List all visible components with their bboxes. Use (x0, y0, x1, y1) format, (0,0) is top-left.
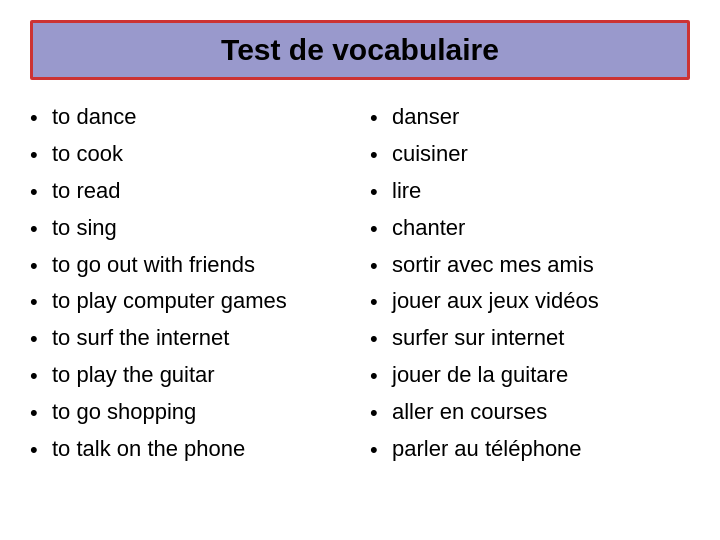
bullet: • (370, 139, 388, 171)
right-item-text: aller en courses (392, 396, 547, 428)
right-item-text: surfer sur internet (392, 322, 564, 354)
left-item-text: to surf the internet (52, 322, 229, 354)
list-item: • danser (370, 100, 690, 135)
right-item-text: cuisiner (392, 138, 468, 170)
bullet: • (30, 323, 48, 355)
list-item: • parler au téléphone (370, 432, 690, 467)
bullet: • (370, 286, 388, 318)
left-item-text: to talk on the phone (52, 433, 245, 465)
list-item: • to read (30, 174, 350, 209)
bullet: • (30, 213, 48, 245)
bullet: • (370, 176, 388, 208)
right-item-text: lire (392, 175, 421, 207)
bullet: • (30, 286, 48, 318)
list-item: • to dance (30, 100, 350, 135)
bullet: • (370, 213, 388, 245)
list-item: • lire (370, 174, 690, 209)
right-item-text: chanter (392, 212, 465, 244)
bullet: • (30, 250, 48, 282)
content-area: • to dance • to cook • to read • to sing… (30, 100, 690, 467)
bullet: • (30, 176, 48, 208)
left-item-text: to read (52, 175, 121, 207)
bullet: • (370, 102, 388, 134)
right-item-text: jouer aux jeux vidéos (392, 285, 599, 317)
right-item-text: parler au téléphone (392, 433, 582, 465)
title-box: Test de vocabulaire (30, 20, 690, 80)
list-item: • jouer aux jeux vidéos (370, 284, 690, 319)
bullet: • (30, 397, 48, 429)
bullet: • (370, 397, 388, 429)
list-item: • cuisiner (370, 137, 690, 172)
list-item: • surfer sur internet (370, 321, 690, 356)
bullet: • (370, 360, 388, 392)
page-title: Test de vocabulaire (221, 33, 499, 66)
right-item-text: sortir avec mes amis (392, 249, 594, 281)
list-item: • to go out with friends (30, 248, 350, 283)
right-item-text: danser (392, 101, 459, 133)
list-item: • aller en courses (370, 395, 690, 430)
list-item: • to cook (30, 137, 350, 172)
bullet: • (30, 360, 48, 392)
bullet: • (30, 139, 48, 171)
left-item-text: to play the guitar (52, 359, 215, 391)
list-item: • to surf the internet (30, 321, 350, 356)
list-item: • sortir avec mes amis (370, 248, 690, 283)
left-item-text: to go shopping (52, 396, 196, 428)
right-item-text: jouer de la guitare (392, 359, 568, 391)
left-item-text: to sing (52, 212, 117, 244)
bullet: • (370, 323, 388, 355)
list-item: • jouer de la guitare (370, 358, 690, 393)
bullet: • (30, 102, 48, 134)
list-item: • chanter (370, 211, 690, 246)
left-column: • to dance • to cook • to read • to sing… (30, 100, 350, 467)
list-item: • to play the guitar (30, 358, 350, 393)
list-item: • to play computer games (30, 284, 350, 319)
left-item-text: to dance (52, 101, 136, 133)
left-item-text: to play computer games (52, 285, 287, 317)
bullet: • (370, 434, 388, 466)
list-item: • to sing (30, 211, 350, 246)
left-item-text: to cook (52, 138, 123, 170)
right-column: • danser • cuisiner • lire • chanter • s… (370, 100, 690, 467)
list-item: • to go shopping (30, 395, 350, 430)
left-item-text: to go out with friends (52, 249, 255, 281)
bullet: • (370, 250, 388, 282)
list-item: • to talk on the phone (30, 432, 350, 467)
bullet: • (30, 434, 48, 466)
